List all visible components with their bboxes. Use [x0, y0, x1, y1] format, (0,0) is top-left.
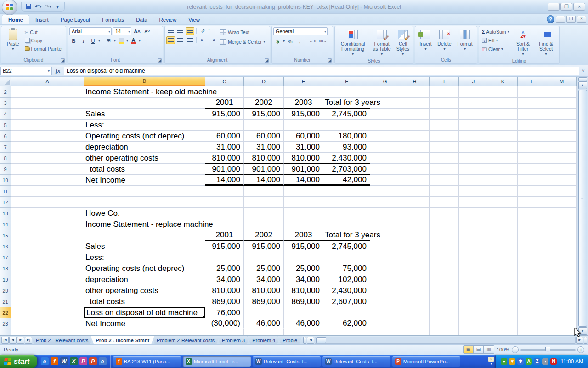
- column-header-b[interactable]: B: [84, 77, 205, 86]
- cell-B20[interactable]: other operating costs: [84, 285, 205, 296]
- row-header-10[interactable]: 10: [0, 175, 11, 186]
- row-header-5[interactable]: 5: [0, 120, 11, 131]
- cell-A9[interactable]: [11, 164, 84, 175]
- align-bottom-button[interactable]: [186, 27, 194, 35]
- cell-E3[interactable]: 2003: [284, 98, 323, 109]
- cell-L24[interactable]: [518, 329, 547, 335]
- cell-G20[interactable]: [370, 285, 400, 296]
- zoom-level[interactable]: 100%: [497, 347, 509, 352]
- cell-A10[interactable]: [11, 175, 84, 186]
- ribbon-tab-insert[interactable]: Insert: [29, 15, 55, 24]
- cell-styles-button[interactable]: 🖉 Cell Styles▾: [394, 27, 412, 58]
- cell-H15[interactable]: [400, 230, 430, 241]
- cell-J7[interactable]: [459, 142, 488, 153]
- align-top-button[interactable]: [166, 27, 175, 35]
- cell-D10[interactable]: 14,000: [244, 175, 284, 186]
- cell-A20[interactable]: [11, 285, 84, 296]
- cell-F6[interactable]: 180,000: [323, 131, 370, 142]
- app-pink-icon[interactable]: P: [79, 357, 87, 365]
- cell-J19[interactable]: [459, 274, 488, 285]
- save-button[interactable]: [24, 2, 33, 11]
- cell-L18[interactable]: [518, 263, 547, 274]
- cell-K17[interactable]: [488, 252, 518, 263]
- cell-B10[interactable]: Net Income: [84, 175, 205, 186]
- cell-D14[interactable]: [244, 219, 284, 230]
- cell-B14[interactable]: Income Statement - replace machine: [84, 219, 205, 230]
- shrink-font-button[interactable]: A˅: [143, 27, 152, 35]
- cell-B3[interactable]: [84, 98, 205, 109]
- cell-G8[interactable]: [370, 153, 400, 164]
- cell-D17[interactable]: [244, 252, 284, 263]
- cell-L10[interactable]: [518, 175, 547, 186]
- cell-B19[interactable]: depreciation: [84, 274, 205, 285]
- row-header-3[interactable]: 3: [0, 98, 11, 109]
- cell-L4[interactable]: [518, 109, 547, 120]
- cell-C10[interactable]: 14,000: [205, 175, 244, 186]
- hscroll-split-handle[interactable]: [584, 337, 587, 344]
- cell-A13[interactable]: [11, 208, 84, 219]
- cell-L12[interactable]: [518, 197, 547, 208]
- cell-D16[interactable]: 915,000: [244, 241, 284, 252]
- cell-K15[interactable]: [488, 230, 518, 241]
- cell-B15[interactable]: [84, 230, 205, 241]
- cell-A23[interactable]: [11, 318, 84, 329]
- cell-I18[interactable]: [430, 263, 459, 274]
- cell-J18[interactable]: [459, 263, 488, 274]
- cell-D8[interactable]: 810,000: [244, 153, 284, 164]
- cell-H2[interactable]: [400, 86, 430, 98]
- row-header-2[interactable]: 2: [0, 86, 11, 98]
- vertical-scroll-thumb[interactable]: [578, 90, 587, 327]
- cell-E19[interactable]: 34,000: [284, 274, 323, 285]
- restore-button[interactable]: ❐: [560, 3, 572, 11]
- wrap-text-button[interactable]: Wrap Text: [219, 28, 266, 36]
- column-header-g[interactable]: G: [370, 77, 400, 86]
- cell-L14[interactable]: [518, 219, 547, 230]
- cell-M5[interactable]: [547, 120, 577, 131]
- cell-E6[interactable]: 60,000: [284, 131, 323, 142]
- cell-J9[interactable]: [459, 164, 488, 175]
- cell-A19[interactable]: [11, 274, 84, 285]
- fill-color-button[interactable]: [117, 37, 125, 45]
- cell-C16[interactable]: 915,000: [205, 241, 244, 252]
- cell-E13[interactable]: [284, 208, 323, 219]
- formula-input[interactable]: Loss on disposal of old machine: [64, 67, 579, 75]
- cell-B4[interactable]: Sales: [84, 109, 205, 120]
- row-header-18[interactable]: 18: [0, 263, 11, 274]
- internet-explorer-icon[interactable]: e: [41, 357, 49, 365]
- cell-F2[interactable]: [323, 86, 370, 98]
- cell-K18[interactable]: [488, 263, 518, 274]
- cell-A3[interactable]: [11, 98, 84, 109]
- cell-M12[interactable]: [547, 197, 577, 208]
- tray-tools-icon[interactable]: ✱: [517, 358, 524, 365]
- cell-M9[interactable]: [547, 164, 577, 175]
- workbook-minimize-button[interactable]: –: [556, 16, 565, 23]
- vertical-scrollbar[interactable]: ▲ ▼: [577, 77, 588, 335]
- cell-K23[interactable]: [488, 318, 518, 329]
- cell-C18[interactable]: 25,000: [205, 263, 244, 274]
- cell-I9[interactable]: [430, 164, 459, 175]
- cell-H14[interactable]: [400, 219, 430, 230]
- cell-M22[interactable]: [547, 307, 577, 318]
- cell-L3[interactable]: [518, 98, 547, 109]
- row-header-6[interactable]: 6: [0, 131, 11, 142]
- cell-I15[interactable]: [430, 230, 459, 241]
- cell-A6[interactable]: [11, 131, 84, 142]
- cell-L11[interactable]: [518, 186, 547, 197]
- column-header-m[interactable]: M: [547, 77, 577, 86]
- cell-F21[interactable]: 2,607,000: [323, 296, 370, 307]
- cell-G6[interactable]: [370, 131, 400, 142]
- row-header-11[interactable]: 11: [0, 186, 11, 197]
- cell-L7[interactable]: [518, 142, 547, 153]
- column-header-a[interactable]: A: [11, 77, 84, 86]
- cell-K10[interactable]: [488, 175, 518, 186]
- decrease-decimal-button[interactable]: .00→: [318, 37, 327, 45]
- cell-D19[interactable]: 34,000: [244, 274, 284, 285]
- cell-E10[interactable]: 14,000: [284, 175, 323, 186]
- cell-M13[interactable]: [547, 208, 577, 219]
- row-header-20[interactable]: 20: [0, 285, 11, 296]
- cell-D12[interactable]: [244, 197, 284, 208]
- cell-H13[interactable]: [400, 208, 430, 219]
- cell-L13[interactable]: [518, 208, 547, 219]
- cell-K5[interactable]: [488, 120, 518, 131]
- normal-view-button[interactable]: ▦: [464, 346, 474, 353]
